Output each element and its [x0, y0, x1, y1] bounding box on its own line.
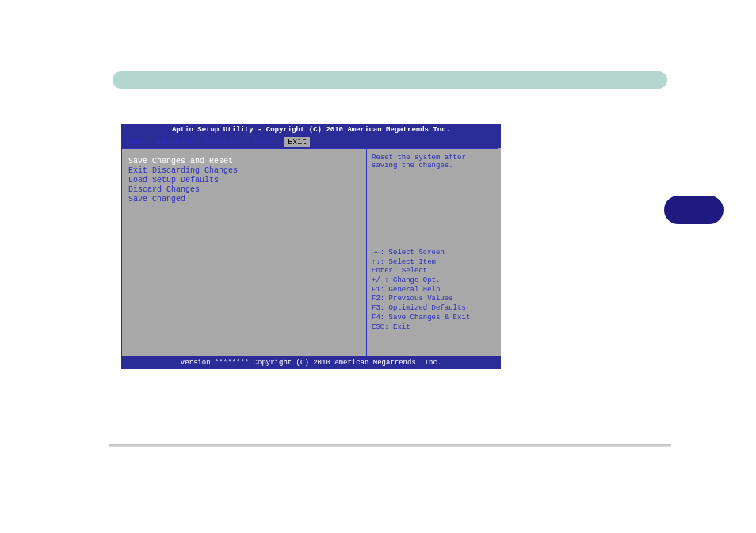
- help-select-screen: →←: Select Screen: [372, 249, 493, 258]
- bios-footer: Version ******** Copyright (C) 2010 Amer…: [121, 356, 501, 369]
- help-f4: F4: Save Changes & Exit: [372, 314, 493, 323]
- option-exit-discarding[interactable]: Exit Discarding Changes: [128, 166, 360, 175]
- section-title-bar: [113, 71, 667, 89]
- help-panel: →←: Select Screen ↑↓: Select Item Enter:…: [367, 242, 498, 356]
- tab-security[interactable]: Security: [205, 138, 243, 147]
- tab-exit[interactable]: Exit: [284, 137, 310, 147]
- bios-setup-window: Aptio Setup Utility - Copyright (C) 2010…: [121, 124, 501, 363]
- bios-body: Save Changes and Reset Exit Discarding C…: [121, 148, 501, 356]
- option-save-changes-reset[interactable]: Save Changes and Reset: [128, 157, 360, 166]
- option-discard-changes[interactable]: Discard Changes: [128, 185, 360, 194]
- page-side-tab: [664, 196, 724, 224]
- help-f3: F3: Optimized Defaults: [372, 304, 493, 314]
- bios-info-panel: Reset the system after saving the change…: [367, 148, 498, 356]
- tab-main[interactable]: Main: [126, 138, 145, 147]
- help-change-opt: +/-: Change Opt.: [372, 276, 493, 286]
- bios-header: Aptio Setup Utility - Copyright (C) 2010…: [121, 124, 501, 136]
- tab-boot[interactable]: Boot: [254, 138, 273, 147]
- page-divider: [109, 444, 671, 447]
- bios-options-panel: Save Changes and Reset Exit Discarding C…: [121, 148, 367, 356]
- help-f1: F1: General Help: [372, 286, 493, 295]
- up-down-arrow-icon: ↑↓: [372, 258, 380, 266]
- option-load-defaults[interactable]: Load Setup Defaults: [128, 176, 360, 185]
- help-select-item: ↑↓: Select Item: [372, 258, 493, 268]
- help-esc: ESC: Exit: [372, 323, 493, 333]
- option-save-changed[interactable]: Save Changed: [128, 195, 360, 204]
- help-f2: F2: Previous Values: [372, 295, 493, 304]
- left-right-arrow-icon: →←: [372, 249, 380, 257]
- tab-advanced[interactable]: Advanced: [156, 138, 194, 147]
- option-description: Reset the system after saving the change…: [367, 148, 498, 242]
- help-enter: Enter: Select: [372, 267, 493, 276]
- bios-menu-bar: Main Advanced Security Boot Exit: [121, 136, 501, 148]
